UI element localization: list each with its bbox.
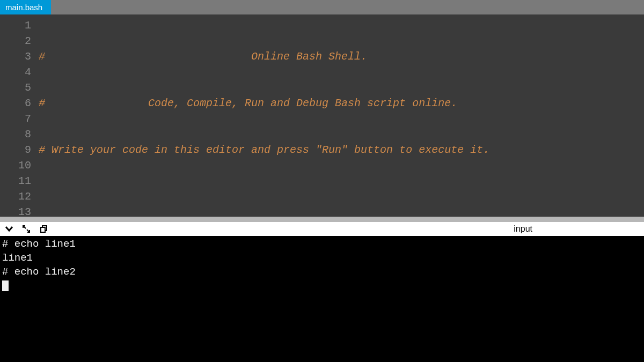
terminal-line: # echo line2 <box>2 265 642 279</box>
line-number: 11 <box>0 173 31 189</box>
code-editor[interactable]: 1 2 3 4 5 6 7 8 9 10 11 12 13 # Online B… <box>0 14 644 217</box>
line-number: 5 <box>0 80 31 95</box>
code-line <box>39 189 644 204</box>
tab-title: main.bash <box>5 3 42 12</box>
comment-hash: # <box>39 50 45 63</box>
pane-splitter[interactable] <box>0 217 644 222</box>
line-number: 1 <box>0 18 31 33</box>
line-number: 12 <box>0 189 31 204</box>
comment-text: Online Bash Shell. <box>45 50 367 63</box>
line-number: 6 <box>0 95 31 111</box>
comment-text: Code, Compile, Run and Debug Bash script… <box>45 97 457 109</box>
line-number: 9 <box>0 142 31 158</box>
code-content[interactable]: # Online Bash Shell. # Code, Compile, Ru… <box>39 14 644 217</box>
line-number: 13 <box>0 204 31 217</box>
tab-main-bash[interactable]: main.bash <box>0 0 51 14</box>
code-line: # Write your code in this editor and pre… <box>39 142 644 158</box>
copy-icon[interactable] <box>39 224 48 234</box>
terminal-line: # echo line1 <box>2 237 642 251</box>
svg-rect-0 <box>41 227 45 232</box>
comment-hash: # <box>39 97 45 109</box>
line-number: 3 <box>0 49 31 64</box>
terminal-output[interactable]: # echo line1 line1 # echo line2 <box>0 236 644 362</box>
line-number: 10 <box>0 158 31 173</box>
code-line: # Online Bash Shell. <box>39 49 644 64</box>
comment-hash: # <box>39 144 45 156</box>
terminal-cursor-line <box>2 279 642 293</box>
input-label[interactable]: input <box>514 224 532 234</box>
expand-icon[interactable] <box>21 224 31 234</box>
comment-text: Write your code in this editor and press… <box>45 144 489 156</box>
line-number: 7 <box>0 111 31 127</box>
line-number-gutter: 1 2 3 4 5 6 7 8 9 10 11 12 13 <box>0 14 39 217</box>
terminal-line: line1 <box>2 251 642 265</box>
terminal-cursor <box>2 280 9 291</box>
code-line: # Code, Compile, Run and Debug Bash scri… <box>39 95 644 111</box>
line-number: 4 <box>0 64 31 80</box>
terminal-toolbar: input <box>0 222 644 236</box>
line-number: 8 <box>0 127 31 142</box>
line-number: 2 <box>0 33 31 49</box>
tab-bar: main.bash <box>0 0 644 14</box>
chevron-down-icon[interactable] <box>4 224 14 234</box>
